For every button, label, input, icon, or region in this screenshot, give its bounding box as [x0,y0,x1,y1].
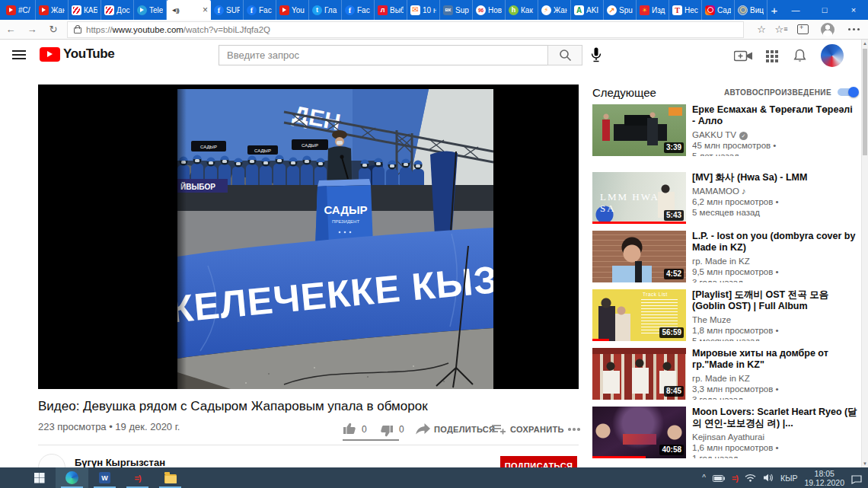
suggested-video-title[interactable]: Moon Lovers: Scarlet Heart Ryeo (달의 연인-보… [692,407,858,429]
suggested-video-title[interactable]: [MV] 화사 (Hwa Sa) - LMM [692,172,858,183]
share-label[interactable]: ПОДЕЛИТЬСЯ [434,425,495,434]
taskbar-app[interactable] [88,467,121,488]
browser-menu-icon[interactable] [848,28,860,31]
more-actions-icon[interactable] [568,428,580,431]
browser-tab[interactable]: #С/ [3,0,36,20]
address-bar[interactable]: https://www.youtube.com/watch?v=bbiLJfqf… [67,21,744,38]
tab-close-icon[interactable]: × [203,5,208,14]
share-button[interactable] [415,423,431,439]
search-button[interactable] [547,45,582,65]
back-button[interactable]: ← [0,24,21,35]
taskbar-app[interactable] [121,467,154,488]
save-label[interactable]: СОХРАНИТЬ [510,425,564,434]
browser-tab[interactable]: Выб [375,0,407,20]
browser-tab[interactable]: Гла [309,0,342,20]
browser-tab[interactable]: КАБ [69,0,101,20]
suggested-video-title[interactable]: [Playlist] 도깨비 OST 전곡 모음 (Goblin OST) | … [692,289,858,312]
scrollbar-thumb[interactable] [863,49,867,155]
minimize-button[interactable]: — [781,0,810,20]
search-input[interactable] [219,45,548,65]
browser-tab[interactable]: Виц [735,0,767,20]
browser-tab[interactable]: AKI [571,0,604,20]
channel-name[interactable]: Бүгүн Кыргызстан [75,457,165,468]
video-player[interactable]: ДЕН АДЫРЬ [38,85,579,389]
hamburger-menu-icon[interactable] [12,54,26,56]
browser-tab[interactable]: Tele [134,0,167,20]
video-thumbnail[interactable]: 40:58 [592,407,686,458]
browser-tab[interactable]: 10 н [407,0,440,20]
wifi-icon[interactable] [745,471,756,485]
suggested-video-views: 1,6 млн просмотров • [692,442,858,453]
favorite-star-icon[interactable]: ☆ [752,24,771,35]
video-thumbnail[interactable]: 3:39 [592,104,686,156]
language-indicator[interactable]: КЫР [780,474,797,483]
suggested-video[interactable]: Track List 56:59 [Playlist] 도깨비 OST 전곡 모… [592,289,860,341]
clock[interactable]: 18:05 19.12.2020 [804,469,844,487]
maximize-button[interactable]: □ [810,0,839,20]
suggested-video-title[interactable]: L.P. - lost on you (dombyra cover by Mad… [692,231,858,254]
browser-tab[interactable]: Fac [244,0,276,20]
scroll-down-icon[interactable]: ▼ [862,460,868,467]
browser-tab[interactable]: Жан [36,0,69,20]
dislike-button[interactable] [379,421,394,439]
forward-button[interactable]: → [21,24,43,35]
video-thumbnail[interactable]: LMM HWA SA 5:43 [592,172,686,224]
suggested-video-channel: MAMAMOO♪ [692,186,858,196]
save-button[interactable] [492,424,506,439]
browser-tab[interactable]: Sup [440,0,473,20]
suggested-video-age: 1 год назад [692,453,858,458]
duration-badge: 3:39 [664,142,684,153]
close-button[interactable]: × [839,0,868,20]
tab-favicon-icon [541,5,551,15]
create-video-button[interactable] [734,49,753,65]
browser-tab[interactable]: Жан [538,0,571,20]
browser-tab[interactable]: Сад [702,0,735,20]
watch-progress-bar [592,339,609,341]
browser-tab[interactable]: SUP [211,0,244,20]
suggested-video[interactable]: 40:58 Moon Lovers: Scarlet Heart Ryeo (달… [592,407,860,458]
favorites-bar-icon[interactable]: ☆ [771,24,791,35]
youtube-logo[interactable]: YouTube [40,46,114,62]
suggested-video[interactable]: 4:52 L.P. - lost on you (dombyra cover b… [592,231,860,282]
voice-search-button[interactable] [591,47,602,65]
suggested-video[interactable]: 8:45 Мировые хиты на домбре от гр."Made … [592,348,860,400]
taskbar-app[interactable] [154,467,187,488]
browser-nav-bar: ← → ↻ https://www.youtube.com/watch?v=bb… [0,20,868,40]
browser-tab[interactable]: × [167,0,211,20]
taskbar-app[interactable] [23,467,56,488]
browser-tab[interactable]: Spu [604,0,637,20]
autoplay-toggle[interactable] [838,88,857,96]
browser-tab[interactable]: Дос [101,0,134,20]
refresh-button[interactable]: ↻ [43,24,64,35]
browser-profile-avatar[interactable] [821,23,834,37]
suggested-video-title[interactable]: Ерке Есмахан & Төреғали Төреәлі - Алло [692,104,858,127]
tray-expand-icon[interactable]: ^ [702,474,706,482]
account-avatar[interactable] [821,44,844,67]
taskbar: ^ =) КЫР 18:05 19.12.2020 [0,467,868,488]
browser-tab[interactable]: Fac [342,0,375,20]
suggested-video-title[interactable]: Мировые хиты на домбре от гр."Made in KZ… [692,348,858,371]
taskbar-app[interactable] [56,467,88,488]
suggested-video[interactable]: 3:39 Ерке Есмахан & Төреғали Төреәлі - А… [592,104,860,156]
like-button[interactable] [343,421,357,439]
battery-icon[interactable] [713,471,725,485]
browser-tab[interactable]: You [276,0,309,20]
browser-tab[interactable]: Нов [473,0,506,20]
suggested-video[interactable]: LMM HWA SA 5:43 [MV] 화사 (Hwa Sa) - LMM M… [592,172,860,224]
collections-icon[interactable] [797,24,809,34]
sputnik-tray-icon[interactable]: =) [732,474,738,483]
action-center-icon[interactable] [851,474,862,483]
browser-tab[interactable]: Изд [637,0,669,20]
video-thumbnail[interactable]: Track List 56:59 [592,289,686,341]
browser-tab[interactable]: Как [506,0,538,20]
notifications-bell-icon[interactable] [793,49,806,65]
volume-icon[interactable] [763,471,774,485]
dislike-count: 0 [399,424,404,435]
thumbnail-overlay-text: Track List [643,292,668,297]
scroll-up-icon[interactable]: ▲ [862,40,868,47]
page-scrollbar[interactable]: ▲ ▼ [861,40,868,467]
video-thumbnail[interactable]: 4:52 [592,231,686,282]
new-tab-button[interactable]: + [767,0,781,20]
browser-tab[interactable]: Нес [669,0,702,20]
video-thumbnail[interactable]: 8:45 [592,348,686,400]
